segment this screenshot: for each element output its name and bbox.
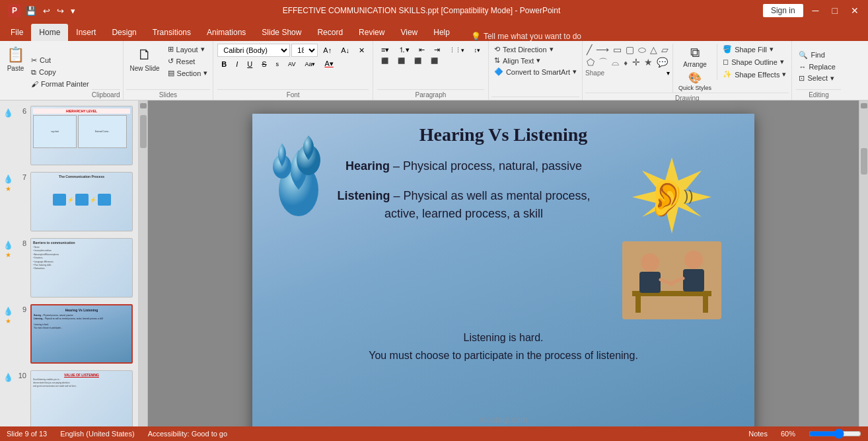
tab-record[interactable]: Record [309,24,351,41]
font-name-select[interactable]: Calibri (Body) [217,44,290,57]
shape-diamond[interactable]: ⬧ [622,56,630,69]
paste-button[interactable]: 📋 Paste [3,44,28,75]
line-spacing-button[interactable]: ↕▾ [470,46,484,55]
tab-insert[interactable]: Insert [68,24,104,41]
shape-triangle[interactable]: △ [649,44,659,56]
copy-button[interactable]: ⧉ Copy [28,67,92,78]
strikethrough-button[interactable]: S [258,58,270,69]
notes-button[interactable]: Notes [748,430,768,438]
canvas-scroll-up[interactable] [861,103,867,108]
columns-button[interactable]: ⋮⋮▾ [445,46,468,55]
quick-styles-button[interactable]: 🎨 Quick Styles [676,70,714,93]
shape-callout[interactable]: 💬 [655,56,669,69]
align-text-button[interactable]: ⇅ Align Text▾ [491,55,579,66]
shape-curved[interactable]: ⌒ [597,56,609,69]
decrease-indent-button[interactable]: ⇤ [415,44,429,56]
shape-line[interactable]: ╱ [585,44,593,56]
listening-text: – Physical as well as mental process, ac… [384,189,591,220]
minimize-button[interactable]: ─ [809,4,823,17]
shapes-expand-button[interactable]: ▾ [667,69,670,77]
layout-button[interactable]: ⊞ Layout▾ [165,44,211,55]
canvas-scroll-thumb[interactable] [861,148,867,175]
align-right-button[interactable]: ⬛ [410,56,425,65]
find-button[interactable]: 🔍 Find [796,50,841,61]
char-spacing-button[interactable]: AV [284,58,299,69]
shape-rect[interactable]: ▭ [612,44,623,56]
reset-button[interactable]: ↺ Reset [165,56,211,67]
paste-section: 📋 Paste [3,44,28,100]
tab-view[interactable]: View [392,24,425,41]
shape-outline-button[interactable]: ◻ Shape Outline▾ [720,56,789,67]
shape-plus[interactable]: ✛ [631,56,641,69]
sign-in-button[interactable]: Sign in [763,4,803,17]
shadow-button[interactable]: s [272,58,283,69]
star-icon-7: ★ [5,185,11,192]
slide-panel[interactable]: 💧 6 HIERARCHY LEVEL org chart External C… [0,100,139,426]
hearing-text: – Physical process, natural, passive [390,159,582,173]
tab-review[interactable]: Review [351,24,392,41]
save-button[interactable]: 💾 [24,5,38,17]
bullets-button[interactable]: ≡▾ [377,44,393,56]
window-title: EFFECTIVE COMMUNICATION SKILLS.ppt [Comp… [80,6,763,15]
select-button[interactable]: ⊡ Select▾ [796,73,841,84]
shape-parallelogram[interactable]: ▱ [660,44,670,56]
shape-fill-button[interactable]: 🪣 Shape Fill▾ [720,44,789,55]
tab-file[interactable]: File [3,24,31,41]
slide-canvas[interactable]: Hearing Vs Listening Hearing – Physical … [252,114,754,426]
redo-button[interactable]: ↪ [55,5,66,17]
text-direction-button[interactable]: ⟲ Text Direction▾ [491,44,579,55]
close-button[interactable]: ✕ [847,4,863,17]
underline-button[interactable]: U [243,58,256,69]
justify-button[interactable]: ⬛ [427,56,442,65]
tab-slide-show[interactable]: Slide Show [254,24,309,41]
tab-design[interactable]: Design [104,24,144,41]
zoom-slider[interactable] [809,428,861,439]
tab-transitions[interactable]: Transitions [145,24,199,41]
align-center-button[interactable]: ⬛ [394,56,409,65]
slide-8-indicator: 💧 ★ [4,238,12,259]
italic-button[interactable]: I [232,58,242,69]
tab-animations[interactable]: Animations [199,24,254,41]
shape-oval[interactable]: ⬭ [637,44,647,56]
scrollbar-thumb[interactable] [140,115,147,148]
new-slide-button[interactable]: 🗋 New Slide [126,44,164,75]
canvas-scrollbar[interactable] [859,100,868,426]
replace-button[interactable]: ↔ Replace [796,61,841,72]
tab-home[interactable]: Home [31,24,68,41]
align-left-button[interactable]: ⬛ [377,56,392,65]
slide-thumb-9[interactable]: 💧 ★ 9 Hearing Vs Listening Hearing – Phy… [3,303,135,365]
slide-panel-scrollbar[interactable] [139,100,148,426]
numbering-button[interactable]: ⒈▾ [394,44,414,56]
undo-button[interactable]: ↩ [41,5,52,17]
format-painter-button[interactable]: 🖌 Format Painter [28,79,92,89]
slide-thumb-6[interactable]: 💧 6 HIERARCHY LEVEL org chart External C… [3,104,135,167]
slide-thumb-7[interactable]: 💧 ★ 7 The Communication Process ⚡ ⚡ [3,171,135,233]
shape-pentagon[interactable]: ⬠ [585,56,596,69]
slide-thumb-img-6: HIERARCHY LEVEL org chart External Conta… [30,106,133,165]
slide-thumb-10[interactable]: 💧 10 VALUE OF LISTENING Good listening e… [3,369,135,426]
increase-indent-button[interactable]: ⇥ [430,44,444,56]
cut-button[interactable]: ✂ Cut [28,55,92,66]
section-button[interactable]: ▤ Section▾ [165,67,211,79]
slide-thumb-8[interactable]: 💧 ★ 8 Barriers to communication • Noise•… [3,237,135,299]
shape-star[interactable]: ★ [643,56,654,69]
font-color-button[interactable]: A▾ [320,58,337,69]
tab-help[interactable]: Help [425,24,458,41]
customize-qat-button[interactable]: ▾ [69,5,77,17]
increase-font-button[interactable]: A↑ [319,44,336,57]
convert-smartart-button[interactable]: 🔷 Convert to SmartArt▾ [491,66,579,77]
slide-thumb-img-10: VALUE OF LISTENING Good listening enable… [30,370,133,426]
shape-arrow[interactable]: ⟶ [595,44,610,56]
bold-button[interactable]: B [217,58,231,69]
change-case-button[interactable]: Aa▾ [301,58,319,69]
decrease-font-button[interactable]: A↓ [337,44,353,57]
maximize-button[interactable]: □ [828,4,842,17]
shape-effects-button[interactable]: ✨ Shape Effects▾ [720,69,789,80]
clear-format-button[interactable]: ✕ [355,44,369,57]
scrollbar-up-arrow[interactable] [140,103,147,108]
tell-me-text[interactable]: Tell me what you want to do [484,32,581,41]
shape-arc[interactable]: ⌓ [610,56,620,69]
font-size-select[interactable]: 18 [291,44,318,57]
arrange-button[interactable]: ⧉ Arrange [676,44,714,69]
shape-rounded-rect[interactable]: ▢ [624,44,635,56]
